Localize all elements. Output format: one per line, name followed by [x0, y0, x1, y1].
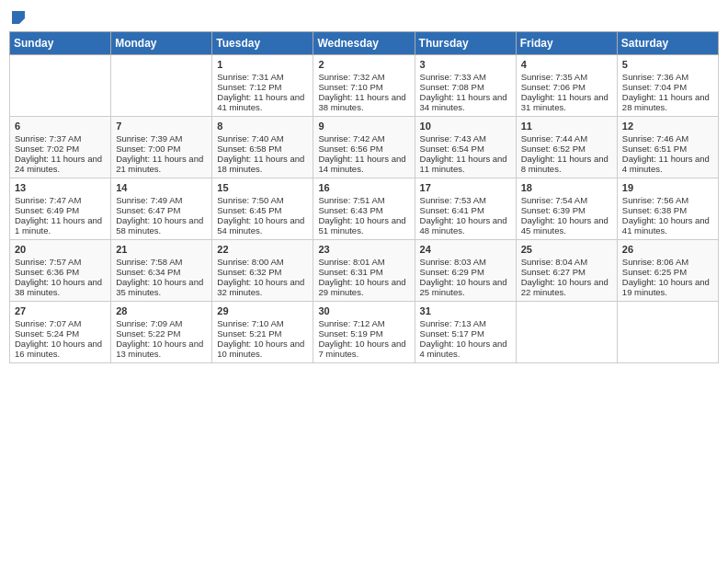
calendar-cell: 27Sunrise: 7:07 AMSunset: 5:24 PMDayligh…: [10, 302, 111, 363]
day-info: Sunset: 5:22 PM: [116, 328, 207, 339]
day-number: 13: [15, 182, 106, 193]
day-info: Sunset: 7:06 PM: [521, 82, 612, 92]
day-number: 26: [622, 244, 713, 255]
day-info: Sunrise: 7:10 AM: [217, 318, 308, 328]
calendar-cell: [10, 55, 111, 117]
calendar-week-row: 13Sunrise: 7:47 AMSunset: 6:49 PMDayligh…: [10, 178, 719, 240]
day-info: Sunrise: 8:01 AM: [318, 257, 409, 267]
day-number: 8: [217, 121, 308, 132]
day-info: Sunset: 6:56 PM: [318, 144, 409, 154]
calendar-cell: 25Sunrise: 8:04 AMSunset: 6:27 PMDayligh…: [516, 240, 617, 302]
day-info: Daylight: 10 hours and 13 minutes.: [116, 339, 207, 359]
day-info: Sunset: 5:21 PM: [217, 328, 308, 339]
day-info: Sunrise: 7:37 AM: [15, 133, 106, 144]
day-header-friday: Friday: [516, 32, 617, 55]
day-info: Sunset: 6:39 PM: [521, 205, 612, 215]
day-info: Sunset: 6:27 PM: [521, 267, 612, 277]
day-info: Sunrise: 7:13 AM: [420, 318, 511, 328]
day-info: Daylight: 11 hours and 8 minutes.: [521, 154, 612, 174]
day-info: Daylight: 11 hours and 21 minutes.: [116, 154, 207, 174]
calendar-cell: 30Sunrise: 7:12 AMSunset: 5:19 PMDayligh…: [313, 302, 415, 363]
day-info: Sunset: 6:49 PM: [15, 205, 106, 215]
day-info: Daylight: 10 hours and 38 minutes.: [15, 277, 106, 297]
calendar-cell: 29Sunrise: 7:10 AMSunset: 5:21 PMDayligh…: [212, 302, 313, 363]
day-info: Sunrise: 7:47 AM: [15, 195, 106, 205]
day-info: Sunset: 6:52 PM: [521, 144, 612, 154]
day-info: Sunrise: 7:39 AM: [116, 133, 207, 144]
day-header-thursday: Thursday: [415, 32, 516, 55]
day-number: 23: [318, 244, 409, 255]
day-info: Sunset: 5:24 PM: [15, 328, 106, 339]
day-info: Daylight: 11 hours and 24 minutes.: [15, 154, 106, 174]
day-info: Sunset: 7:02 PM: [15, 144, 106, 154]
calendar-cell: [516, 302, 617, 363]
calendar-header-row: SundayMondayTuesdayWednesdayThursdayFrid…: [10, 32, 719, 55]
day-info: Daylight: 11 hours and 4 minutes.: [622, 154, 713, 174]
calendar-cell: 5Sunrise: 7:36 AMSunset: 7:04 PMDaylight…: [617, 55, 718, 117]
day-info: Sunset: 7:00 PM: [116, 144, 207, 154]
day-info: Daylight: 10 hours and 22 minutes.: [521, 277, 612, 297]
calendar-week-row: 20Sunrise: 7:57 AMSunset: 6:36 PMDayligh…: [10, 240, 719, 302]
calendar-cell: 20Sunrise: 7:57 AMSunset: 6:36 PMDayligh…: [10, 240, 111, 302]
day-info: Daylight: 11 hours and 41 minutes.: [217, 92, 308, 112]
day-info: Sunrise: 8:03 AM: [420, 257, 511, 267]
day-number: 31: [420, 305, 511, 316]
day-info: Sunrise: 7:33 AM: [420, 72, 511, 82]
day-number: 10: [420, 121, 511, 132]
day-info: Daylight: 10 hours and 16 minutes.: [15, 339, 106, 359]
day-info: Sunrise: 7:58 AM: [116, 257, 207, 267]
calendar-cell: 3Sunrise: 7:33 AMSunset: 7:08 PMDaylight…: [415, 55, 516, 117]
day-number: 4: [521, 59, 612, 70]
day-number: 7: [116, 121, 207, 132]
day-info: Sunset: 5:17 PM: [420, 328, 511, 339]
calendar-cell: 24Sunrise: 8:03 AMSunset: 6:29 PMDayligh…: [415, 240, 516, 302]
day-info: Sunset: 7:10 PM: [318, 82, 409, 92]
day-number: 30: [318, 305, 409, 316]
day-info: Sunset: 6:51 PM: [622, 144, 713, 154]
day-number: 17: [420, 182, 511, 193]
day-info: Daylight: 11 hours and 34 minutes.: [420, 92, 511, 112]
day-info: Daylight: 10 hours and 48 minutes.: [420, 215, 511, 236]
day-info: Sunrise: 7:07 AM: [15, 318, 106, 328]
logo: [9, 9, 27, 26]
day-info: Daylight: 10 hours and 35 minutes.: [116, 277, 207, 297]
day-info: Daylight: 10 hours and 32 minutes.: [217, 277, 308, 297]
day-info: Daylight: 10 hours and 19 minutes.: [622, 277, 713, 297]
day-info: Sunset: 6:29 PM: [420, 267, 511, 277]
calendar-cell: 18Sunrise: 7:54 AMSunset: 6:39 PMDayligh…: [516, 178, 617, 240]
day-info: Daylight: 10 hours and 54 minutes.: [217, 215, 308, 236]
day-info: Daylight: 11 hours and 14 minutes.: [318, 154, 409, 174]
day-info: Sunset: 6:38 PM: [622, 205, 713, 215]
day-info: Daylight: 11 hours and 31 minutes.: [521, 92, 612, 112]
day-info: Sunset: 6:41 PM: [420, 205, 511, 215]
day-number: 12: [622, 121, 713, 132]
logo-icon: [10, 9, 27, 26]
day-info: Sunset: 6:47 PM: [116, 205, 207, 215]
day-info: Sunrise: 8:06 AM: [622, 257, 713, 267]
day-number: 18: [521, 182, 612, 193]
calendar-cell: 19Sunrise: 7:56 AMSunset: 6:38 PMDayligh…: [617, 178, 718, 240]
day-header-wednesday: Wednesday: [313, 32, 415, 55]
calendar-cell: 15Sunrise: 7:50 AMSunset: 6:45 PMDayligh…: [212, 178, 313, 240]
day-info: Daylight: 11 hours and 18 minutes.: [217, 154, 308, 174]
day-info: Sunrise: 7:43 AM: [420, 133, 511, 144]
day-number: 16: [318, 182, 409, 193]
day-number: 25: [521, 244, 612, 255]
day-info: Daylight: 10 hours and 45 minutes.: [521, 215, 612, 236]
day-info: Daylight: 10 hours and 29 minutes.: [318, 277, 409, 297]
day-info: Daylight: 10 hours and 7 minutes.: [318, 339, 409, 359]
day-info: Sunset: 6:58 PM: [217, 144, 308, 154]
calendar-cell: 8Sunrise: 7:40 AMSunset: 6:58 PMDaylight…: [212, 117, 313, 178]
day-info: Sunrise: 7:53 AM: [420, 195, 511, 205]
calendar-cell: 12Sunrise: 7:46 AMSunset: 6:51 PMDayligh…: [617, 117, 718, 178]
svg-marker-0: [12, 11, 25, 24]
day-number: 3: [420, 59, 511, 70]
day-info: Sunrise: 7:40 AM: [217, 133, 308, 144]
day-number: 29: [217, 305, 308, 316]
day-info: Sunrise: 7:31 AM: [217, 72, 308, 82]
day-info: Sunrise: 8:00 AM: [217, 257, 308, 267]
day-number: 28: [116, 305, 207, 316]
day-number: 20: [15, 244, 106, 255]
day-number: 27: [15, 305, 106, 316]
day-info: Sunset: 6:54 PM: [420, 144, 511, 154]
